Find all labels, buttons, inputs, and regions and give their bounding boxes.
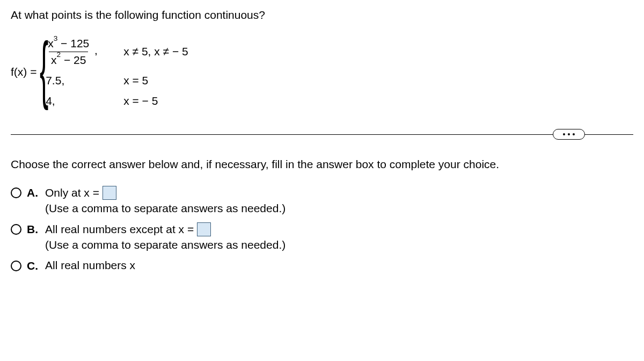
choice-b-input[interactable] bbox=[197, 222, 211, 236]
choice-a-hint: (Use a comma to separate answers as need… bbox=[45, 202, 286, 215]
instruction-text: Choose the correct answer below and, if … bbox=[11, 158, 633, 171]
case-1-condition: x ≠ 5, x ≠ − 5 bbox=[123, 45, 188, 58]
dots-icon bbox=[568, 133, 570, 135]
choice-b-label: B. bbox=[27, 223, 40, 236]
choice-b-text: All real numbers except at x = bbox=[45, 223, 194, 236]
choice-c-text: All real numbers x bbox=[45, 259, 135, 272]
denominator: x2 − 25 bbox=[49, 52, 88, 67]
case-1: x3 − 125 x2 − 25 , x ≠ 5, x ≠ − 5 bbox=[46, 37, 188, 66]
choice-b: B. All real numbers except at x = (Use a… bbox=[11, 222, 633, 251]
choice-a-text: Only at x = bbox=[45, 186, 99, 199]
case-3-expr: 4, bbox=[46, 95, 123, 107]
dots-icon bbox=[563, 133, 565, 135]
choice-a-label: A. bbox=[27, 186, 40, 199]
fraction: x3 − 125 x2 − 25 bbox=[46, 37, 91, 66]
piecewise-cases: x3 − 125 x2 − 25 , x ≠ 5, x ≠ − 5 7.5, x… bbox=[46, 37, 188, 107]
numerator: x3 − 125 bbox=[46, 37, 91, 51]
choice-b-hint: (Use a comma to separate answers as need… bbox=[45, 239, 286, 251]
divider bbox=[11, 129, 633, 140]
radio-c[interactable] bbox=[11, 261, 21, 271]
case-2-condition: x = 5 bbox=[123, 74, 148, 87]
dots-icon bbox=[573, 133, 575, 135]
choice-a: A. Only at x = (Use a comma to separate … bbox=[11, 186, 633, 215]
fn-lhs: f(x) = bbox=[11, 66, 36, 78]
case-3: 4, x = − 5 bbox=[46, 95, 188, 107]
more-options-button[interactable] bbox=[553, 129, 585, 140]
choice-a-input[interactable] bbox=[103, 186, 116, 200]
question-text: At what points is the following function… bbox=[11, 9, 633, 21]
left-brace: { bbox=[40, 31, 48, 106]
case-2-expr: 7.5, bbox=[46, 74, 123, 87]
choice-c: C. All real numbers x bbox=[11, 259, 633, 272]
answer-choices: A. Only at x = (Use a comma to separate … bbox=[11, 186, 633, 272]
function-definition: f(x) = { x3 − 125 x2 − 25 , x ≠ 5, x ≠ −… bbox=[11, 34, 633, 110]
case-3-condition: x = − 5 bbox=[123, 95, 158, 107]
case-2: 7.5, x = 5 bbox=[46, 74, 188, 87]
radio-a[interactable] bbox=[11, 187, 21, 198]
case-1-suffix: , bbox=[94, 45, 98, 57]
divider-line bbox=[11, 134, 633, 135]
choice-c-label: C. bbox=[27, 259, 40, 272]
radio-b[interactable] bbox=[11, 224, 21, 235]
